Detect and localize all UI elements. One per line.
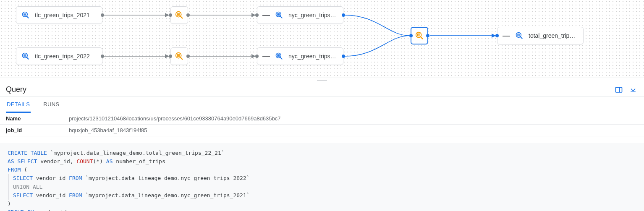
node-process-2[interactable] [170,47,188,65]
svg-rect-45 [616,87,622,92]
table-icon [515,31,524,40]
collapse-icon[interactable]: — [503,31,510,40]
node-process-selected[interactable] [411,27,428,44]
port-in [409,34,413,37]
port-out [342,55,345,58]
panel-layout-icon[interactable] [615,86,623,94]
detail-val-jobid: bquxjob_453ba4af_1843f194f85 [63,125,644,136]
node-nyc-green-trips-1[interactable]: — nyc_green_trips… [257,6,343,24]
port-out [426,34,429,37]
tab-runs[interactable]: RUNS [42,97,60,113]
query-process-icon [175,52,184,61]
node-nyc-green-trips-2[interactable]: — nyc_green_trips… [257,47,343,65]
detail-val-name: projects/123101210468/locations/us/proce… [63,113,644,125]
query-process-icon [175,10,184,20]
panel-collapse-icon[interactable] [629,86,637,94]
details-table: Name projects/123101210468/locations/us/… [0,113,644,136]
svg-line-11 [181,16,183,18]
panel-resize-handle[interactable] [0,78,644,81]
node-total-green-trips[interactable]: — total_green_trip… [497,27,584,44]
tab-details[interactable]: DETAILS [6,97,31,113]
node-label: tlc_green_trips_2021 [35,12,90,18]
node-tlc-green-trips-2022[interactable]: tlc_green_trips_2022 [16,47,102,65]
table-icon [275,52,283,60]
node-process-1[interactable] [170,6,188,24]
table-row: job_id bquxjob_453ba4af_1843f194f85 [0,125,644,136]
panel-title: Query [6,85,26,94]
collapse-icon[interactable]: — [262,52,270,61]
lineage-graph-canvas[interactable]: tlc_green_trips_2021 — nyc_green_trips… … [0,0,644,78]
port-out [101,13,104,17]
port-out [186,13,190,17]
table-row: Name projects/123101210468/locations/us/… [0,113,644,125]
svg-line-31 [280,57,282,59]
sql-code-block: CREATE TABLE `myproject.data_lineage_dem… [0,143,644,211]
panel-tabs: DETAILS RUNS [0,97,644,113]
svg-line-21 [27,57,29,59]
node-label: nyc_green_trips… [288,12,336,18]
svg-line-26 [181,57,183,60]
node-tlc-green-trips-2021[interactable]: tlc_green_trips_2021 [16,6,102,24]
table-icon [21,52,30,60]
collapse-icon[interactable]: — [262,11,270,20]
svg-line-16 [280,16,282,18]
table-icon [275,11,283,19]
port-in [495,34,499,37]
port-in [169,55,172,58]
port-out [101,55,104,58]
svg-line-36 [421,37,423,39]
node-label: total_green_trip… [529,32,575,39]
table-icon [21,11,30,19]
svg-line-41 [521,37,522,39]
port-out [342,13,345,17]
panel-header: Query [0,81,644,97]
port-in [255,13,259,17]
detail-key-name: Name [0,113,63,125]
query-process-icon [415,31,424,40]
svg-line-6 [27,16,29,18]
node-label: tlc_green_trips_2022 [35,53,90,60]
port-in [255,55,259,58]
port-in [169,13,172,17]
node-label: nyc_green_trips… [288,53,336,60]
detail-key-jobid: job_id [0,125,63,136]
port-out [186,55,190,58]
